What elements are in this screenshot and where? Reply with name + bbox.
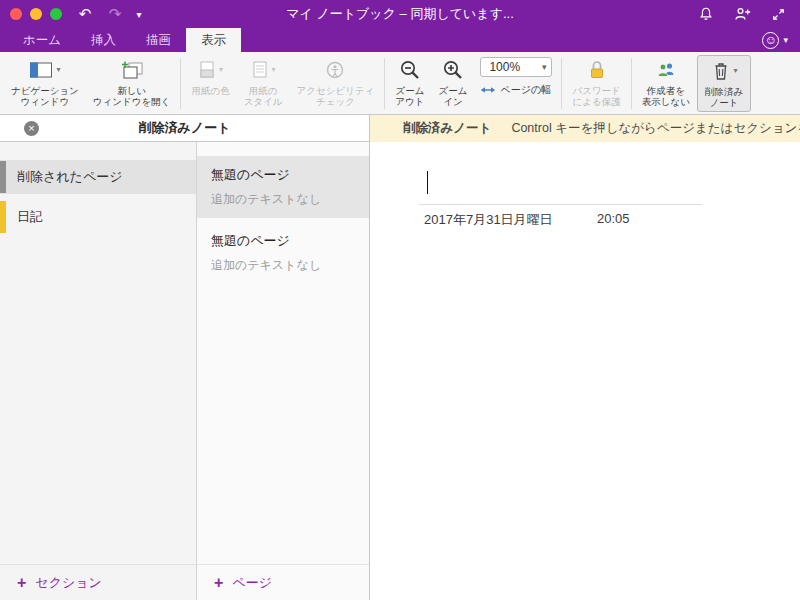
- share-add-person-icon[interactable]: [734, 6, 751, 22]
- text-caret: [427, 171, 428, 194]
- password-protect-label: パスワード による保護: [572, 85, 620, 108]
- tab-view[interactable]: 表示: [186, 28, 241, 52]
- zoom-page-group: 100% ▾ ページの幅: [474, 55, 558, 112]
- section-label: 削除されたページ: [17, 168, 123, 186]
- ribbon-separator: [384, 58, 385, 109]
- onenote-window: ↶ ↷ ▾ マイ ノートブック – 同期しています... ホーム 挿入 描画 表…: [0, 0, 800, 600]
- tab-home[interactable]: ホーム: [8, 28, 76, 52]
- paper-color-button: ▾ 用紙の色: [184, 55, 236, 112]
- deleted-notes-label: 削除済み ノート: [705, 86, 743, 109]
- redo-icon[interactable]: ↷: [100, 0, 130, 28]
- feedback-smiley-button[interactable]: ☺ ▾: [762, 28, 800, 52]
- titlebar: ↶ ↷ ▾ マイ ノートブック – 同期しています...: [0, 0, 800, 28]
- add-section-label: セクション: [35, 574, 102, 592]
- page-item[interactable]: 無題のページ 追加のテキストなし: [197, 222, 369, 284]
- page-canvas: 削除済みノート Control キーを押しながらページまたはセクションをクリ 2…: [370, 115, 800, 600]
- deleted-notes-infobar: 削除済みノート Control キーを押しながらページまたはセクションをクリ: [370, 115, 800, 142]
- zoom-window-button[interactable]: [50, 8, 62, 20]
- paper-color-label: 用紙の色: [191, 85, 229, 96]
- page-subtitle: 追加のテキストなし: [211, 191, 355, 208]
- password-protect-button: パスワード による保護: [565, 55, 627, 112]
- ribbon-tabbar: ホーム 挿入 描画 表示 ☺ ▾: [0, 28, 800, 52]
- chevron-down-icon: ▾: [56, 65, 60, 75]
- ribbon-separator: [631, 58, 632, 109]
- hide-authors-button[interactable]: 作成者を 表示しない: [635, 55, 697, 112]
- deleted-notes-panel: × 削除済みノート 削除されたページ 日記 + セクション: [0, 115, 370, 600]
- authors-icon: [655, 60, 677, 80]
- minimize-window-button[interactable]: [30, 8, 42, 20]
- section-color-tab: [0, 161, 6, 193]
- chevron-down-icon[interactable]: ▾: [130, 9, 148, 20]
- new-window-button[interactable]: 新しい ウィンドウを開く: [86, 55, 178, 112]
- page-width-button[interactable]: ページの幅: [480, 83, 552, 97]
- page-subtitle: 追加のテキストなし: [211, 257, 355, 274]
- tab-draw[interactable]: 描画: [131, 28, 186, 52]
- zoom-out-label: ズーム アウト: [395, 85, 424, 108]
- ribbon-separator: [561, 58, 562, 109]
- accessibility-check-icon: [325, 60, 345, 80]
- zoom-level-value: 100%: [489, 60, 520, 74]
- panel-header: × 削除済みノート: [0, 115, 369, 142]
- ribbon: ▾ ナビゲーション ウィンドウ 新しい ウィンドウを開く ▾ 用紙の色 ▾ 用紙…: [0, 52, 800, 115]
- ribbon-separator: [180, 58, 181, 109]
- trash-icon: [711, 60, 731, 82]
- paper-style-label: 用紙の スタイル: [244, 85, 283, 108]
- page-editing-area[interactable]: 2017年7月31日月曜日 20:05: [370, 142, 800, 600]
- close-window-button[interactable]: [10, 8, 22, 20]
- plus-icon: +: [17, 575, 26, 591]
- sections-list: 削除されたページ 日記 + セクション: [0, 142, 197, 600]
- accessibility-check-button: アクセシビリティ チェック: [290, 55, 382, 112]
- zoom-in-label: ズーム イン: [438, 85, 467, 108]
- chevron-down-icon: ▾: [734, 66, 738, 76]
- smiley-icon: ☺: [762, 32, 779, 49]
- title-divider-line: [419, 204, 702, 205]
- titlebar-right-icons: [698, 6, 800, 22]
- undo-icon[interactable]: ↶: [70, 0, 100, 28]
- pages-list: 無題のページ 追加のテキストなし 無題のページ 追加のテキストなし + ページ: [197, 142, 369, 600]
- deleted-notes-button[interactable]: ▾ 削除済み ノート: [697, 55, 751, 112]
- page-width-label: ページの幅: [500, 83, 551, 97]
- zoom-level-select[interactable]: 100% ▾: [480, 57, 552, 77]
- zoom-out-button[interactable]: ズーム アウト: [388, 55, 431, 112]
- page-title: 無題のページ: [211, 232, 355, 250]
- plus-icon: +: [214, 575, 223, 591]
- section-item-deleted-pages[interactable]: 削除されたページ: [0, 160, 196, 194]
- paper-color-icon: [198, 60, 216, 80]
- section-label: 日記: [17, 208, 43, 226]
- paper-style-button: ▾ 用紙の スタイル: [237, 55, 290, 112]
- add-section-button[interactable]: + セクション: [0, 564, 196, 600]
- panel-title: 削除済みノート: [0, 119, 369, 137]
- hide-authors-label: 作成者を 表示しない: [642, 85, 690, 108]
- page-date: 2017年7月31日月曜日: [424, 211, 553, 229]
- add-page-label: ページ: [232, 574, 272, 592]
- section-color-tab: [0, 201, 6, 233]
- page-width-icon: [480, 83, 496, 97]
- tab-insert[interactable]: 挿入: [76, 28, 131, 52]
- notifications-bell-icon[interactable]: [698, 6, 714, 22]
- panel-columns: 削除されたページ 日記 + セクション 無題のページ 追加のテキストなし: [0, 142, 369, 600]
- close-panel-icon[interactable]: ×: [24, 121, 39, 136]
- navigation-window-icon: [29, 61, 53, 79]
- zoom-in-button[interactable]: ズーム イン: [431, 55, 474, 112]
- paper-style-icon: [251, 60, 269, 80]
- chevron-down-icon: ▾: [272, 65, 276, 75]
- page-time: 20:05: [597, 211, 630, 226]
- new-window-label: 新しい ウィンドウを開く: [93, 85, 171, 108]
- navigation-window-button[interactable]: ▾ ナビゲーション ウィンドウ: [4, 55, 86, 112]
- infobar-message: Control キーを押しながらページまたはセクションをクリ: [511, 120, 800, 137]
- zoom-in-icon: [442, 59, 464, 81]
- chevron-down-icon: ▾: [542, 62, 547, 72]
- traffic-lights: [0, 8, 70, 20]
- navigation-window-label: ナビゲーション ウィンドウ: [11, 85, 79, 108]
- accessibility-check-label: アクセシビリティ チェック: [297, 85, 375, 108]
- chevron-down-icon: ▾: [219, 65, 223, 75]
- fullscreen-expand-icon[interactable]: [771, 7, 786, 22]
- zoom-out-icon: [399, 59, 421, 81]
- page-item[interactable]: 無題のページ 追加のテキストなし: [197, 156, 369, 218]
- add-page-button[interactable]: + ページ: [197, 564, 369, 600]
- page-title: 無題のページ: [211, 166, 355, 184]
- lock-icon: [587, 59, 607, 81]
- chevron-down-icon: ▾: [783, 35, 788, 45]
- new-window-icon: [120, 60, 144, 80]
- section-item-diary[interactable]: 日記: [0, 200, 196, 234]
